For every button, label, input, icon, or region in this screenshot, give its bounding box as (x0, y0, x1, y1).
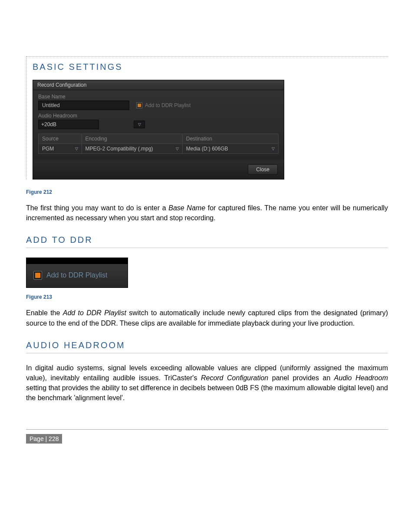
audio-headroom-label: Audio Headroom (38, 113, 279, 119)
close-button[interactable]: Close (248, 164, 278, 175)
paragraph-2: Enable the Add to DDR Playlist switch to… (26, 308, 388, 328)
footer-divider (26, 429, 388, 430)
col-encoding: Encoding (82, 134, 182, 144)
record-targets-table: Source Encoding Destination PGM▽ MPEG-2 … (38, 134, 279, 154)
record-config-em: Record Configuration (201, 374, 268, 382)
audio-headroom-value: +20dB (41, 121, 56, 127)
add-to-ddr-em: Add to DDR Playlist (63, 309, 126, 317)
source-value: PGM (42, 146, 54, 152)
base-name-em: Base Name (168, 204, 205, 212)
panel-stripe (26, 258, 128, 264)
checkbox-dot-icon (138, 104, 141, 107)
ddr-playlist-checkbox[interactable] (33, 271, 42, 280)
triangle-down-icon: ▽ (272, 147, 275, 151)
encoding-dropdown[interactable]: MPEG-2 Compatibility (.mpg)▽ (85, 146, 179, 152)
divider (26, 248, 388, 248)
base-name-input[interactable]: Untitled (38, 101, 129, 110)
triangle-down-icon: ▽ (176, 147, 179, 151)
headroom-stepper[interactable]: ▽ (134, 121, 145, 128)
source-dropdown[interactable]: PGM▽ (42, 146, 78, 152)
encoding-value: MPEG-2 Compatibility (.mpg) (85, 146, 153, 152)
table-row: PGM▽ MPEG-2 Compatibility (.mpg)▽ Media … (39, 144, 279, 154)
ddr-playlist-panel: Add to DDR Playlist (26, 258, 128, 288)
basic-settings-heading: BASIC SETTINGS (33, 62, 388, 72)
audio-headroom-dropdown[interactable]: +20dB (38, 120, 99, 129)
triangle-down-icon: ▽ (138, 122, 141, 127)
divider (26, 353, 388, 353)
checkbox-dot-icon (35, 273, 40, 278)
add-to-ddr-checkbox-label: Add to DDR Playlist (145, 102, 191, 108)
col-source: Source (39, 134, 82, 144)
audio-headroom-em: Audio Headroom (334, 374, 388, 382)
page-number: Page | 228 (26, 434, 62, 444)
triangle-down-icon: ▽ (75, 147, 78, 151)
figure-213-caption: Figure 213 (26, 294, 388, 300)
audio-headroom-heading: AUDIO HEADROOM (26, 340, 388, 350)
paragraph-3: In digital audio systems, signal levels … (26, 363, 388, 403)
paragraph-1: The first thing you may want to do is en… (26, 203, 388, 223)
add-to-ddr-checkbox[interactable] (136, 102, 142, 108)
ddr-playlist-label: Add to DDR Playlist (46, 271, 108, 279)
record-config-panel: Record Configuration Base Name Untitled … (33, 80, 284, 180)
figure-212-caption: Figure 212 (26, 189, 388, 195)
panel-title: Record Configuration (33, 80, 284, 90)
destination-dropdown[interactable]: Media (D:) 606GB▽ (186, 146, 275, 152)
basic-settings-section: BASIC SETTINGS Record Configuration Base… (26, 56, 388, 180)
base-name-label: Base Name (38, 94, 279, 100)
destination-value: Media (D:) 606GB (186, 146, 228, 152)
col-destination: Destination (182, 134, 278, 144)
add-to-ddr-heading: ADD TO DDR (26, 235, 388, 245)
